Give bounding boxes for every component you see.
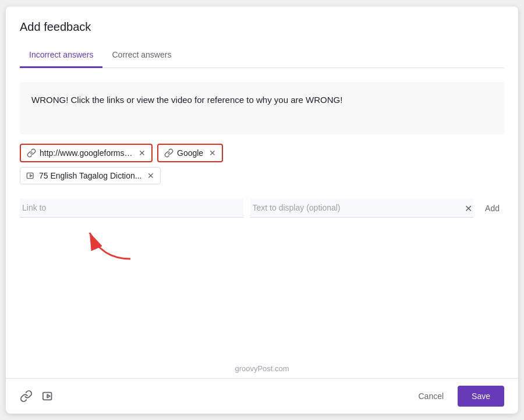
tabs-container: Incorrect answers Correct answers [20, 43, 504, 68]
video-chip-1-close[interactable]: ✕ [147, 171, 154, 180]
add-link-footer-button[interactable] [20, 390, 33, 403]
tab-incorrect-answers[interactable]: Incorrect answers [20, 43, 102, 68]
link-icon-2 [164, 148, 174, 158]
video-chip-1[interactable]: 75 English Tagalog Diction... ✕ [20, 167, 161, 184]
arrow-indicator [78, 221, 148, 262]
svg-marker-4 [47, 394, 50, 398]
watermark: groovyPost.com [235, 364, 289, 373]
add-link-row: ✕ Add [20, 198, 504, 218]
video-icon-1 [26, 171, 36, 180]
link-chip-1-text: http://www.googleforms.c... [40, 148, 133, 158]
link-input-group [20, 198, 243, 218]
display-input-group: ✕ [250, 198, 474, 218]
add-link-button[interactable]: Add [480, 201, 504, 215]
clear-display-input-button[interactable]: ✕ [463, 201, 473, 215]
feedback-text: WRONG! Click the links or view the video… [31, 95, 342, 105]
video-chips-row: 75 English Tagalog Diction... ✕ [20, 167, 504, 184]
cancel-button[interactable]: Cancel [409, 387, 453, 405]
dialog-header: Add feedback Incorrect answers Correct a… [6, 6, 518, 68]
link-icon-1 [27, 148, 36, 158]
add-feedback-dialog: Add feedback Incorrect answers Correct a… [6, 6, 518, 414]
add-video-footer-button[interactable] [42, 390, 55, 403]
svg-marker-1 [30, 175, 32, 177]
link-chip-1[interactable]: http://www.googleforms.c... ✕ [20, 144, 153, 162]
display-text-input[interactable] [250, 198, 474, 218]
footer-icons [20, 390, 55, 403]
link-chip-2[interactable]: Google ✕ [157, 144, 223, 162]
link-chip-2-text: Google [177, 148, 203, 158]
link-to-input[interactable] [20, 198, 243, 218]
video-chip-1-text: 75 English Tagalog Diction... [39, 171, 141, 180]
link-chips-row: http://www.googleforms.c... ✕ Google ✕ [20, 144, 504, 162]
arrow-area [20, 221, 504, 268]
dialog-title: Add feedback [20, 20, 504, 34]
link-chip-1-close[interactable]: ✕ [139, 148, 146, 158]
save-button[interactable]: Save [458, 386, 504, 407]
dialog-body: WRONG! Click the links or view the video… [6, 68, 518, 378]
footer-right: Cancel Save [409, 386, 504, 407]
dialog-footer: Cancel Save [6, 378, 518, 414]
feedback-text-area: WRONG! Click the links or view the video… [20, 82, 504, 134]
links-section: http://www.googleforms.c... ✕ Google ✕ [20, 144, 504, 184]
tab-correct-answers[interactable]: Correct answers [102, 43, 180, 68]
link-chip-2-close[interactable]: ✕ [209, 148, 216, 158]
